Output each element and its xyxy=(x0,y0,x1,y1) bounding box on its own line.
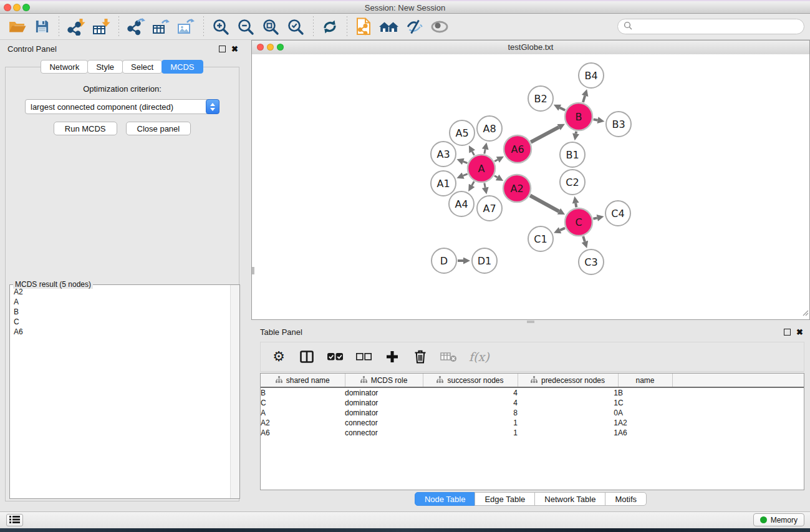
export-image-button[interactable] xyxy=(173,15,198,39)
hide-graphics-details-button[interactable] xyxy=(402,15,427,39)
save-session-button[interactable] xyxy=(30,15,54,39)
zoom-in-button[interactable] xyxy=(208,15,233,39)
column-header-name[interactable]: name xyxy=(618,374,672,387)
edge-C-C2[interactable] xyxy=(576,203,576,208)
scrollbar[interactable] xyxy=(230,285,239,498)
tab-edge-table[interactable]: Edge Table xyxy=(475,492,535,506)
scrollbar-thumb[interactable] xyxy=(527,321,534,323)
edge-B-B4[interactable] xyxy=(583,96,585,103)
node-A7[interactable]: A7 xyxy=(477,196,502,221)
node-A1[interactable]: A1 xyxy=(431,171,456,196)
node-C1[interactable]: C1 xyxy=(528,226,553,251)
edge-A-A5[interactable] xyxy=(472,152,474,155)
tab-network-table[interactable]: Network Table xyxy=(534,492,605,506)
import-table-button[interactable] xyxy=(89,15,113,39)
node-A6[interactable]: A6 xyxy=(504,135,531,163)
table-row[interactable]: Cdominator41C xyxy=(261,398,804,408)
node-B3[interactable]: B3 xyxy=(606,112,631,137)
edge-A2-C[interactable] xyxy=(530,196,559,211)
node-C3[interactable]: C3 xyxy=(579,249,604,274)
edge-A-A4[interactable] xyxy=(472,181,475,186)
tab-motifs[interactable]: Motifs xyxy=(605,492,647,506)
edge-B-B3[interactable] xyxy=(594,119,598,120)
mcds-result-item[interactable]: C xyxy=(11,317,230,327)
home-button[interactable] xyxy=(375,15,402,39)
memory-button[interactable]: Memory xyxy=(753,513,804,526)
tab-select[interactable]: Select xyxy=(122,60,162,74)
run-mcds-button[interactable]: Run MCDS xyxy=(54,122,117,135)
import-network-button[interactable] xyxy=(64,15,89,39)
node-D1[interactable]: D1 xyxy=(472,248,497,273)
edge-C-C3[interactable] xyxy=(583,236,585,242)
open-session-button[interactable] xyxy=(5,15,30,39)
resize-handle[interactable] xyxy=(802,307,809,319)
split-panel-button[interactable] xyxy=(299,350,315,364)
criterion-dropdown[interactable]: largest connected component (directed) xyxy=(25,99,219,114)
tab-node-table[interactable]: Node Table xyxy=(415,492,476,506)
node-C4[interactable]: C4 xyxy=(605,201,630,226)
edge-A-A3[interactable] xyxy=(463,162,468,163)
search-box[interactable] xyxy=(617,19,804,34)
export-table-button[interactable] xyxy=(148,15,173,39)
node-A3[interactable]: A3 xyxy=(431,142,456,167)
node-A8[interactable]: A8 xyxy=(477,116,502,141)
deselect-all-button[interactable] xyxy=(355,352,372,362)
tab-mcds[interactable]: MCDS xyxy=(162,60,203,74)
mcds-result-item[interactable]: A xyxy=(11,297,230,307)
add-column-button[interactable] xyxy=(384,350,400,364)
column-header-successor-nodes[interactable]: successor nodes xyxy=(423,374,518,387)
zoom-fit-button[interactable] xyxy=(258,15,283,39)
refresh-button[interactable] xyxy=(318,15,342,39)
edge-C-C4[interactable] xyxy=(593,218,597,218)
scrollbar-thumb[interactable] xyxy=(252,267,254,274)
edge-B-B1[interactable] xyxy=(576,132,577,134)
mcds-result-item[interactable]: A6 xyxy=(11,327,230,337)
mcds-result-item[interactable]: B xyxy=(11,307,230,317)
edge-A6-B[interactable] xyxy=(531,127,559,142)
node-D[interactable]: D xyxy=(432,248,456,273)
node-B4[interactable]: B4 xyxy=(579,63,604,88)
edge-B-B2[interactable] xyxy=(560,108,566,110)
search-input[interactable] xyxy=(636,22,798,32)
network-canvas[interactable]: B4B2BB3A8A5A6A3B1AC2A1A2A4A7C4CC1DD1C3 xyxy=(252,54,809,319)
mcds-result-item[interactable]: A2 xyxy=(11,287,230,297)
node-A2[interactable]: A2 xyxy=(503,175,531,202)
delete-column-button[interactable] xyxy=(412,349,428,364)
export-network-button[interactable] xyxy=(123,15,148,39)
node-C[interactable]: C xyxy=(565,208,592,236)
zoom-selected-button[interactable] xyxy=(283,15,308,39)
table-row[interactable]: Adominator80A xyxy=(261,408,804,418)
node-A4[interactable]: A4 xyxy=(449,191,474,216)
column-header-mcds-role[interactable]: MCDS role xyxy=(345,374,423,387)
close-panel-icon[interactable]: ✖ xyxy=(796,328,803,336)
column-header-predecessor-nodes[interactable]: predecessor nodes xyxy=(518,374,618,387)
gear-button[interactable]: ⚙ xyxy=(271,350,287,364)
tab-style[interactable]: Style xyxy=(87,60,123,74)
node-B2[interactable]: B2 xyxy=(528,86,553,111)
network-window-titlebar[interactable]: testGlobe.txt xyxy=(252,41,809,55)
table-row[interactable]: A6connector11A6 xyxy=(261,428,804,438)
node-C2[interactable]: C2 xyxy=(560,170,585,195)
dropdown-stepper-icon[interactable] xyxy=(206,99,219,114)
edge-A-A8[interactable] xyxy=(485,149,485,153)
show-graphics-details-button[interactable] xyxy=(427,15,452,39)
node-B[interactable]: B xyxy=(565,103,592,130)
node-B1[interactable]: B1 xyxy=(560,142,585,167)
open-network-document-button[interactable] xyxy=(352,15,375,39)
table-row[interactable]: A2connector11A2 xyxy=(261,418,804,428)
zoom-out-button[interactable] xyxy=(233,15,258,39)
edge-A-A1[interactable] xyxy=(463,174,468,176)
edge-A-A7[interactable] xyxy=(485,183,485,188)
float-panel-icon[interactable] xyxy=(784,329,791,336)
node-A5[interactable]: A5 xyxy=(450,120,475,145)
task-history-button[interactable] xyxy=(6,514,23,526)
edge-A-A2[interactable] xyxy=(494,176,498,178)
tab-network[interactable]: Network xyxy=(41,60,88,74)
select-all-button[interactable] xyxy=(327,352,344,362)
close-panel-button[interactable]: Close panel xyxy=(126,122,191,135)
edge-A-A6[interactable] xyxy=(494,160,498,162)
column-header-shared-name[interactable]: shared name xyxy=(261,374,345,387)
float-panel-icon[interactable] xyxy=(219,46,226,52)
node-A[interactable]: A xyxy=(468,155,495,182)
edge-C-C1[interactable] xyxy=(560,228,565,231)
